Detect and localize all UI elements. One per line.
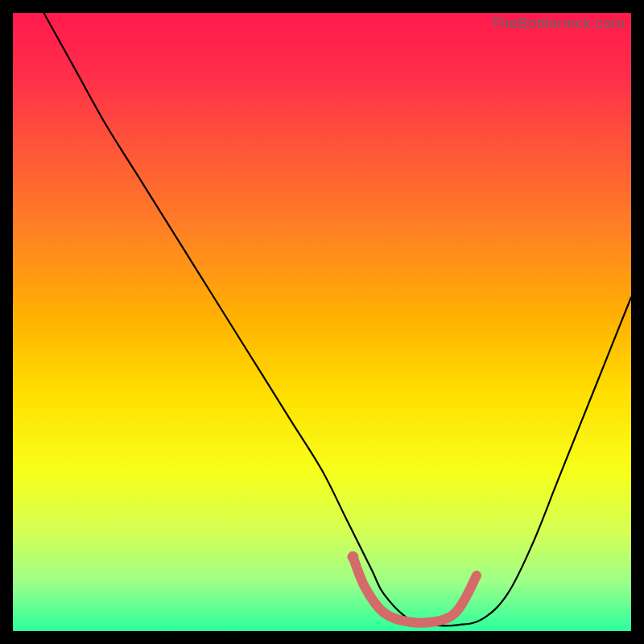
gradient-background [13, 13, 631, 631]
chart-frame: TheBottleneck.com [13, 13, 631, 631]
highlight-start-dot [347, 551, 358, 563]
attribution-text: TheBottleneck.com [491, 14, 625, 32]
chart-svg [13, 13, 631, 631]
plot-area [13, 13, 631, 631]
